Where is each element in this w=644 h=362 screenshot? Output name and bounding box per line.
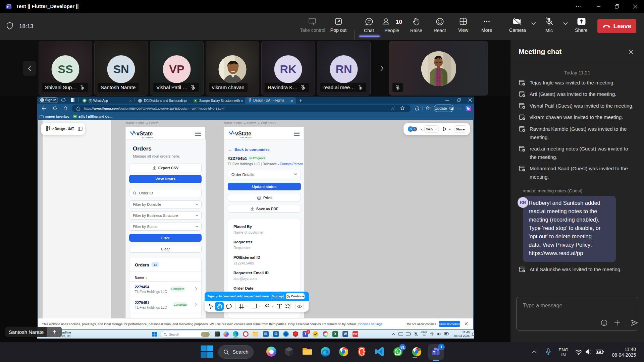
- svg-text:T: T: [433, 351, 435, 355]
- svg-text:vState: vState: [137, 131, 153, 136]
- svg-text:FILINGS: FILINGS: [240, 136, 252, 138]
- svg-text:T: T: [7, 6, 8, 9]
- svg-text:A: A: [391, 107, 394, 110]
- svg-text:FILINGS: FILINGS: [142, 136, 153, 138]
- svg-text:vState: vState: [235, 131, 251, 136]
